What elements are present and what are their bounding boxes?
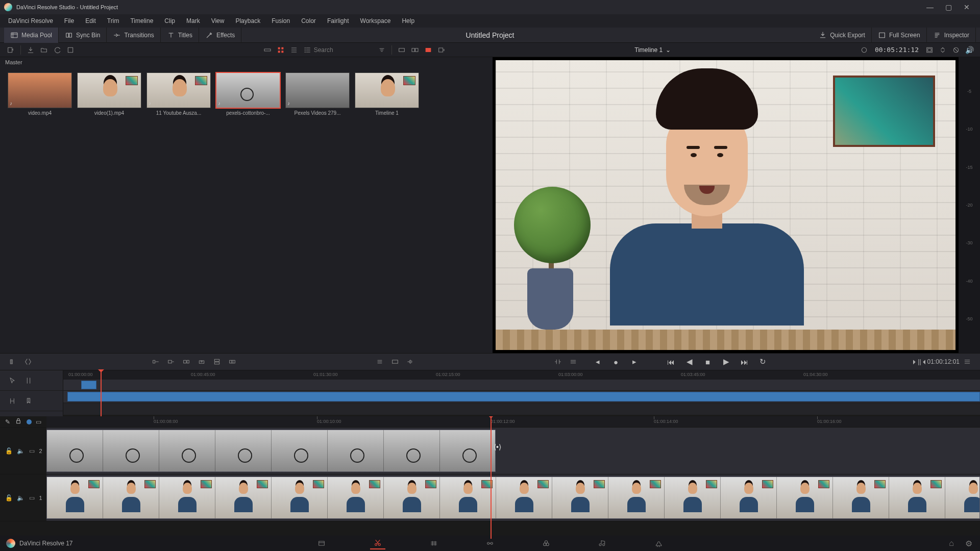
full-screen-button[interactable]: Full Screen	[872, 28, 927, 43]
media-clip[interactable]: video(1).mp4	[77, 72, 142, 116]
menu-trim[interactable]: Trim	[102, 15, 125, 27]
source-tape-button[interactable]	[396, 44, 408, 56]
media-clip[interactable]: ♪11 Youtube Ausza...	[146, 72, 211, 116]
menu-help[interactable]: Help	[397, 15, 420, 27]
step-back-button[interactable]: ◀	[682, 355, 697, 368]
quick-export-button[interactable]: Quick Export	[813, 28, 872, 43]
fairlight-page-tab[interactable]	[595, 537, 610, 549]
sort-button[interactable]	[376, 44, 388, 56]
home-button[interactable]: ⌂	[946, 537, 957, 549]
goto-start-button[interactable]: ⏮	[664, 355, 679, 368]
stop-button[interactable]: ■	[700, 355, 716, 368]
mini-track-2[interactable]	[63, 380, 980, 391]
timeline-tracks[interactable]: 01:00:08:0001:00:10:0001:00:12:0001:00:1…	[46, 416, 980, 539]
menu-workspace[interactable]: Workspace	[355, 15, 396, 27]
titles-toggle[interactable]: Titles	[161, 28, 199, 43]
jog-fwd-button[interactable]: ▸	[627, 355, 642, 368]
thumbnail-view-button[interactable]	[275, 44, 287, 56]
track-mute-v1[interactable]: 🔈	[16, 493, 25, 503]
menu-edit[interactable]: Edit	[80, 15, 101, 27]
mark-in-button[interactable]: ⏵|	[912, 358, 919, 365]
tools-button[interactable]	[372, 355, 387, 369]
deliver-page-tab[interactable]	[651, 537, 666, 549]
ripple-overwrite-button[interactable]	[179, 355, 194, 369]
fusion-page-tab[interactable]	[482, 537, 498, 549]
goto-end-button[interactable]: ⏭	[737, 355, 752, 368]
mini-timeline[interactable]: 01:00:00:0001:00:45:0001:01:30:0001:02:1…	[63, 370, 980, 416]
video-track-1[interactable]	[46, 474, 980, 521]
menu-file[interactable]: File	[59, 15, 79, 27]
trim-tool[interactable]	[23, 375, 34, 386]
media-clip[interactable]: ♪pexels-cottonbro-...	[215, 72, 281, 116]
video-track-2[interactable]: ⟨•⟩	[46, 428, 980, 474]
close-button[interactable]: ✕	[958, 2, 976, 13]
safe-area-button[interactable]	[923, 44, 936, 56]
menu-color[interactable]: Color	[296, 15, 321, 27]
record-timecode[interactable]: 01:00:12:01	[927, 358, 960, 365]
track-color-swatch[interactable]	[27, 419, 32, 424]
media-pool-toggle[interactable]: Media Pool	[4, 28, 59, 43]
marker-tool[interactable]	[23, 396, 34, 406]
bypass-fx-button[interactable]	[950, 44, 962, 56]
place-on-top-button[interactable]	[209, 355, 225, 369]
track-enable-v1[interactable]: ▭	[28, 493, 37, 503]
speaker-icon[interactable]: 🔊	[965, 46, 974, 54]
source-overwrite-button[interactable]	[225, 355, 240, 369]
split-button[interactable]	[20, 355, 36, 369]
sync-button[interactable]	[51, 44, 63, 56]
play-button[interactable]: ▶	[719, 355, 734, 368]
track-view-button[interactable]: ▭	[36, 418, 41, 425]
edit-page-tab[interactable]	[426, 537, 442, 549]
playhead[interactable]	[491, 416, 492, 539]
color-page-tab[interactable]	[538, 537, 554, 549]
sync-indicator-button[interactable]	[566, 355, 581, 369]
trim-mode-button[interactable]	[550, 355, 566, 369]
bin-path[interactable]: Master	[0, 57, 493, 68]
inspector-toggle[interactable]: Inspector	[927, 28, 976, 43]
effects-toggle[interactable]: Effects	[199, 28, 241, 43]
track-lock-v2[interactable]: 🔓	[4, 446, 13, 456]
media-clip[interactable]: ♪video.mp4	[7, 72, 72, 116]
lock-tracks-button[interactable]	[14, 417, 22, 427]
menu-mark[interactable]: Mark	[181, 15, 205, 27]
loop-button[interactable]: ↻	[755, 355, 771, 368]
viewer-zoom-button[interactable]	[937, 44, 949, 56]
track-enable-v2[interactable]: ▭	[28, 446, 37, 456]
bin-options-button[interactable]	[64, 44, 77, 56]
menu-fairlight[interactable]: Fairlight	[322, 15, 354, 27]
match-frame-button[interactable]	[858, 44, 870, 56]
bin-list-dropdown[interactable]	[5, 44, 17, 56]
cut-page-tab[interactable]	[370, 537, 385, 549]
selection-tool[interactable]	[7, 375, 17, 386]
source-timecode[interactable]: 00:05:21:12	[871, 46, 923, 54]
boring-detector-button[interactable]	[5, 355, 20, 369]
smart-insert-button[interactable]	[148, 355, 163, 369]
jog-stop-button[interactable]: ●	[608, 355, 624, 368]
track-lock-v1[interactable]: 🔓	[4, 493, 13, 503]
single-viewer-button[interactable]	[422, 44, 434, 56]
viewer-canvas[interactable]	[496, 60, 955, 350]
media-clip[interactable]: ♪Pexels Videos 279...	[285, 72, 350, 116]
detail-view-button[interactable]	[301, 44, 313, 56]
mini-track-1[interactable]	[63, 391, 980, 403]
menu-clip[interactable]: Clip	[159, 15, 180, 27]
close-up-button[interactable]	[194, 355, 209, 369]
sync-bin-toggle[interactable]: Sync Bin	[59, 28, 107, 43]
mini-clip-2[interactable]	[81, 381, 96, 389]
project-settings-button[interactable]: ⚙	[964, 537, 974, 549]
dual-viewer-button[interactable]	[409, 44, 421, 56]
media-clip[interactable]: Timeline 1	[354, 72, 420, 116]
menu-view[interactable]: View	[206, 15, 230, 27]
minimize-button[interactable]: —	[921, 2, 939, 13]
menu-playback[interactable]: Playback	[230, 15, 265, 27]
menu-timeline[interactable]: Timeline	[125, 15, 158, 27]
menu-fusion[interactable]: Fusion	[266, 15, 295, 27]
timeline-ruler[interactable]: 01:00:08:0001:00:10:0001:00:12:0001:00:1…	[46, 416, 980, 428]
mini-clip-1[interactable]	[67, 392, 980, 402]
viewer-options-button[interactable]	[435, 44, 448, 56]
audio-only-button[interactable]	[403, 355, 418, 369]
timeline-options-button[interactable]	[960, 355, 975, 369]
clip-v2[interactable]	[46, 430, 496, 472]
clip-v1[interactable]	[46, 477, 980, 519]
timeline-selector[interactable]: Timeline 1 ⌄	[631, 46, 674, 54]
